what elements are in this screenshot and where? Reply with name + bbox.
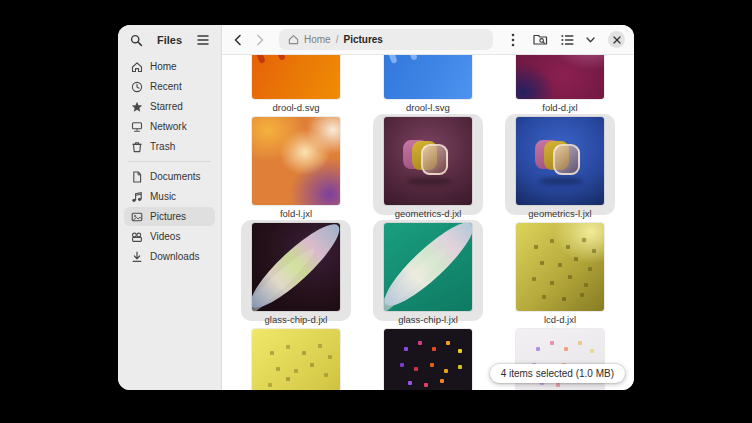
view-toggle-button[interactable] [557,30,577,50]
drip-art [252,55,340,99]
file-name: glass-chip-l.jxl [398,314,458,325]
file-name: geometrics-l.jxl [528,208,591,219]
app-title: Files [146,34,193,46]
toolbar: Home / Pictures [222,25,634,55]
file-name: drool-d.svg [273,102,320,113]
file-name: drool-l.svg [406,102,450,113]
main-menu-button[interactable] [193,30,213,50]
view-options-button[interactable] [584,30,597,50]
breadcrumb: Home / Pictures [279,29,493,50]
sidebar-header: Files [118,25,221,55]
search-button[interactable] [126,30,146,50]
thumbnail-geometrics-d [384,117,472,205]
thumbnail-fold-d [516,55,604,99]
menu-button[interactable] [503,30,523,50]
list-view-icon [561,34,574,46]
sidebar-item-network[interactable]: Network [124,117,215,136]
file-name: fold-l.jxl [280,208,312,219]
sidebar-separator [128,161,211,162]
clock-icon [131,81,143,93]
sidebar-item-home[interactable]: Home [124,57,215,76]
window-close-button[interactable] [608,31,625,48]
music-note-icon [131,191,143,203]
home-small-icon [288,34,299,45]
files-window: Files Home Recent [118,25,634,390]
geometrics-art [535,140,583,178]
file-item-partial-1[interactable] [241,326,351,390]
video-camera-icon [131,231,143,243]
network-icon [131,121,143,133]
sidebar-item-pictures[interactable]: Pictures [124,207,215,226]
thumbnail-drool-l [384,55,472,99]
thumbnail-partial-yellow [252,329,340,390]
file-item-glass-chip-d[interactable]: glass-chip-d.jxl [241,220,351,321]
glass-blade-art [384,223,472,311]
chevron-left-icon [233,34,243,46]
close-icon [613,36,621,44]
file-name: glass-chip-d.jxl [265,314,328,325]
glyph-scatter-art [384,329,388,333]
geometrics-art [403,140,451,178]
thumbnail-geometrics-l [516,117,604,205]
glyph-scatter-art [516,223,520,227]
kebab-menu-icon [511,33,515,47]
folder-search-icon [533,33,548,46]
sidebar-item-documents[interactable]: Documents [124,167,215,186]
sidebar-item-music[interactable]: Music [124,187,215,206]
toolbar-actions [503,30,625,50]
search-icon [130,34,143,47]
main-pane: Home / Pictures [222,25,634,390]
file-item-drool-d[interactable]: drool-d.svg [241,55,351,109]
drip-art [384,55,472,99]
glyph-scatter-art [252,329,256,333]
thumbnail-fold-l [252,117,340,205]
sidebar-item-trash[interactable]: Trash [124,137,215,156]
file-item-fold-d[interactable]: fold-d.jxl [505,55,615,109]
file-item-glass-chip-l[interactable]: glass-chip-l.jxl [373,220,483,321]
hamburger-icon [197,35,209,45]
chevron-down-icon [586,37,595,43]
thumbnail-partial-dark [384,329,472,390]
star-icon [131,101,143,113]
breadcrumb-current[interactable]: Pictures [343,34,382,45]
thumbnail-glass-chip-l [384,223,472,311]
file-item-drool-l[interactable]: drool-l.svg [373,55,483,109]
sidebar-item-videos[interactable]: Videos [124,227,215,246]
sidebar: Files Home Recent [118,25,222,390]
chevron-right-icon [255,34,265,46]
folder-search-button[interactable] [530,30,550,50]
file-name: fold-d.jxl [542,102,577,113]
file-grid: drool-d.svg [241,55,634,390]
home-icon [131,61,143,73]
file-name: lcd-d.jxl [544,314,576,325]
download-icon [131,251,143,263]
sidebar-list: Home Recent Starred [118,55,221,267]
document-icon [131,171,143,183]
file-item-partial-2[interactable] [373,326,483,390]
file-item-geometrics-l[interactable]: geometrics-l.jxl [505,114,615,215]
sidebar-item-starred[interactable]: Starred [124,97,215,116]
thumbnail-drool-d [252,55,340,99]
back-button[interactable] [229,30,247,50]
image-icon [131,211,143,223]
thumbnail-lcd-d [516,223,604,311]
file-grid-view: drool-d.svg [222,55,634,390]
thumbnail-glass-chip-d [252,223,340,311]
file-name: geometrics-d.jxl [395,208,462,219]
file-item-geometrics-d[interactable]: geometrics-d.jxl [373,114,483,215]
glyph-scatter-art [516,329,520,333]
file-item-lcd-d[interactable]: lcd-d.jxl [505,220,615,321]
breadcrumb-separator: / [336,34,339,45]
breadcrumb-home[interactable]: Home [304,34,331,45]
glass-blade-art [252,223,340,311]
trash-icon [131,141,143,153]
selection-status-badge: 4 items selected (1.0 MB) [490,364,625,383]
forward-button[interactable] [251,30,269,50]
sidebar-item-downloads[interactable]: Downloads [124,247,215,266]
file-item-fold-l[interactable]: fold-l.jxl [241,114,351,215]
sidebar-item-recent[interactable]: Recent [124,77,215,96]
